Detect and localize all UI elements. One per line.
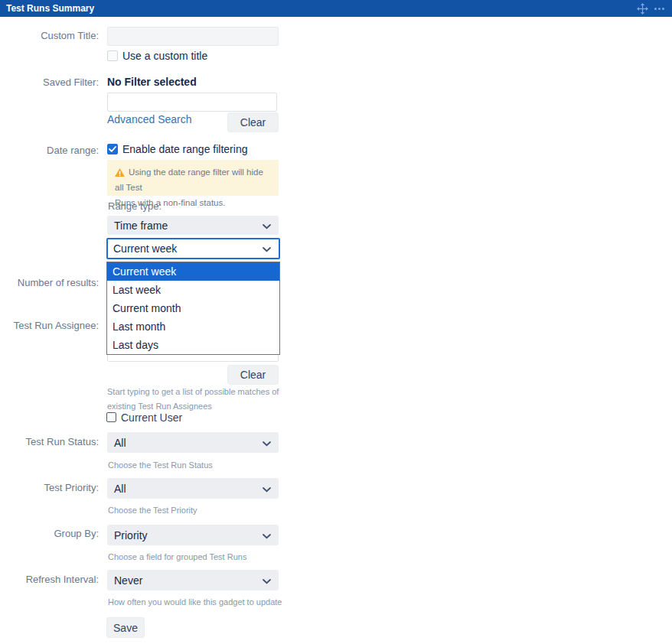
- filter-search-input[interactable]: [107, 93, 277, 112]
- refresh-interval-value: Never: [114, 574, 142, 587]
- range-type-select[interactable]: Time frame: [107, 216, 279, 235]
- chevron-down-icon: [263, 574, 271, 587]
- current-user-checkbox[interactable]: [106, 412, 116, 422]
- chevron-down-icon: [263, 437, 271, 449]
- more-options-icon[interactable]: [654, 8, 664, 10]
- test-run-assignee-label: Test Run Assignee:: [0, 320, 99, 332]
- advanced-search-link[interactable]: Advanced Search: [107, 113, 192, 125]
- group-by-select[interactable]: Priority: [107, 525, 279, 545]
- gadget-header: Test Runs Summary: [0, 0, 672, 17]
- clear-filter-button[interactable]: Clear: [227, 112, 279, 132]
- refresh-interval-select[interactable]: Never: [107, 570, 279, 590]
- warning-triangle-icon: [115, 168, 125, 177]
- test-priority-label: Test Priority:: [0, 482, 99, 494]
- assignee-help-line2: existing Test Run Assignees: [107, 402, 212, 411]
- test-run-status-value: All: [114, 437, 126, 449]
- no-filter-selected-text: No Filter selected: [107, 76, 197, 88]
- custom-title-label: Custom Title:: [0, 30, 99, 42]
- warning-text-line1: Using the date range filter will hide al…: [115, 168, 263, 192]
- save-button[interactable]: Save: [106, 617, 145, 638]
- group-by-help: Choose a field for grouped Test Runs: [108, 550, 246, 564]
- chevron-down-icon: [263, 242, 271, 255]
- range-type-value: Time frame: [114, 220, 168, 232]
- chevron-down-icon: [263, 529, 271, 542]
- time-frame-dropdown: Current week Last week Current month Las…: [106, 262, 280, 355]
- assignee-help-line1: Start typing to get a list of possible m…: [107, 387, 279, 396]
- dropdown-option-last-month[interactable]: Last month: [107, 317, 279, 336]
- test-runs-summary-gadget: Test Runs Summary Custom Title: Use a cu…: [0, 0, 672, 644]
- range-type-label: Range type:: [108, 200, 161, 213]
- test-priority-select[interactable]: All: [107, 478, 279, 499]
- use-custom-title-checkbox[interactable]: [107, 50, 118, 61]
- test-run-status-label: Test Run Status:: [0, 436, 99, 448]
- chevron-down-icon: [263, 220, 271, 232]
- enable-date-range-checkbox[interactable]: [107, 144, 118, 154]
- check-icon: [109, 146, 116, 152]
- custom-title-input[interactable]: [107, 27, 279, 46]
- dropdown-option-current-month[interactable]: Current month: [107, 299, 279, 317]
- current-user-label: Current User: [121, 411, 182, 424]
- chevron-down-icon: [263, 483, 271, 495]
- test-run-status-help: Choose the Test Run Status: [108, 458, 213, 473]
- gadget-title: Test Runs Summary: [0, 3, 94, 14]
- date-range-warning: Using the date range filter will hide al…: [107, 160, 279, 196]
- test-priority-value: All: [114, 483, 126, 495]
- group-by-label: Group By:: [0, 528, 99, 540]
- use-custom-title-label: Use a custom title: [122, 50, 207, 62]
- time-frame-select[interactable]: Current week: [106, 238, 280, 259]
- saved-filter-label: Saved Filter:: [0, 76, 99, 89]
- time-frame-value: Current week: [113, 242, 177, 255]
- date-range-label: Date range:: [0, 145, 99, 157]
- dropdown-option-last-days[interactable]: Last days: [107, 336, 279, 354]
- enable-date-range-label: Enable date range filtering: [122, 143, 247, 155]
- group-by-value: Priority: [114, 529, 148, 542]
- refresh-interval-label: Refresh Interval:: [0, 574, 99, 586]
- dropdown-option-current-week[interactable]: Current week: [107, 262, 279, 281]
- clear-assignee-button[interactable]: Clear: [227, 365, 279, 385]
- dropdown-option-last-week[interactable]: Last week: [107, 281, 279, 299]
- number-of-results-label: Number of results:: [0, 277, 99, 289]
- test-priority-help: Choose the Test Priority: [108, 503, 197, 518]
- refresh-interval-help: How often you would like this gadget to …: [108, 595, 282, 610]
- test-run-status-select[interactable]: All: [107, 432, 279, 453]
- move-icon[interactable]: [637, 3, 648, 15]
